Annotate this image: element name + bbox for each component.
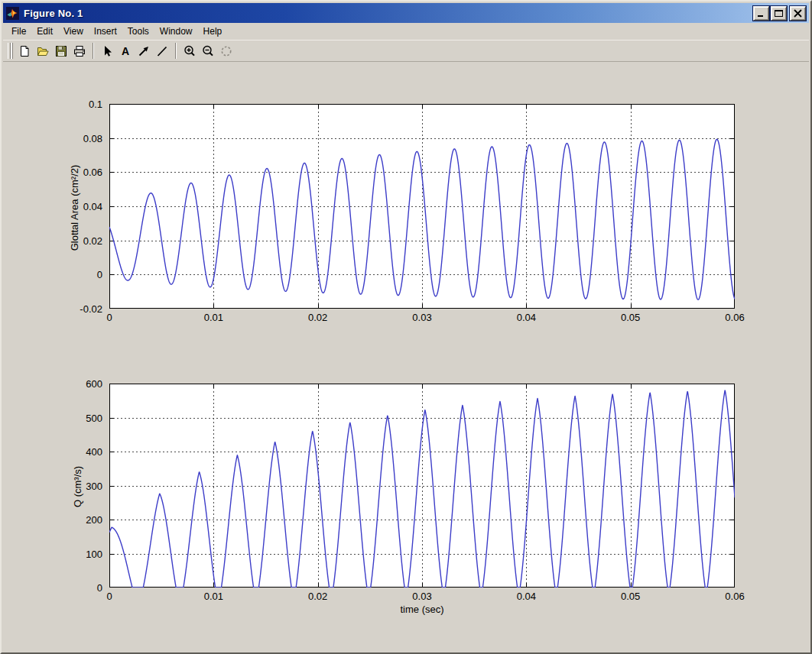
x-tick-label: 0.04 (517, 591, 536, 602)
maximize-button[interactable] (771, 6, 787, 21)
minimize-button[interactable] (753, 6, 769, 21)
y-tick-label: 0.08 (83, 132, 102, 144)
toolbar-separator (175, 43, 177, 59)
matlab-figure-window: Figure No. 1 File Edit View Insert Tools… (0, 0, 812, 654)
close-icon (793, 9, 803, 18)
rotate-3d-icon (219, 44, 233, 58)
text-tool-icon: A (119, 44, 132, 58)
x-axis-label: time (sec) (109, 604, 735, 615)
x-tick-label: 0.02 (308, 312, 327, 323)
pointer-arrow-icon (100, 44, 114, 58)
x-tick-label: 0.06 (725, 591, 744, 602)
x-tick-label: 0.03 (412, 591, 431, 602)
flow-plot-canvas[interactable] (109, 384, 735, 588)
glottal-area-x-tick-labels: 00.010.020.030.040.050.06 (109, 312, 735, 324)
x-tick-label: 0.05 (621, 591, 640, 602)
flow-x-tick-labels: 00.010.020.030.040.050.06 (109, 591, 735, 603)
y-tick-label: 600 (86, 378, 102, 390)
print-button[interactable] (70, 42, 89, 60)
open-folder-icon (36, 44, 50, 58)
x-tick-label: 0.03 (412, 312, 431, 323)
y-tick-label: 0.1 (89, 99, 102, 110)
new-document-icon (18, 44, 31, 58)
line-tool-button[interactable] (153, 42, 171, 60)
menu-file[interactable]: File (6, 24, 31, 39)
save-floppy-icon (54, 44, 68, 58)
x-tick-label: 0 (106, 591, 112, 602)
y-tick-label: 400 (86, 446, 102, 458)
line-annotation-icon (155, 44, 169, 58)
zoom-out-button[interactable] (199, 42, 217, 60)
save-figure-button[interactable] (52, 42, 70, 60)
window-controls (753, 6, 806, 21)
y-tick-label: 500 (86, 412, 102, 423)
menu-window[interactable]: Window (154, 24, 198, 39)
menu-bar: File Edit View Insert Tools Window Help (3, 24, 809, 39)
y-tick-label: 200 (86, 514, 102, 526)
y-tick-label: 0.06 (83, 167, 102, 178)
glottal-area-axes[interactable] (109, 104, 735, 309)
y-tick-label: -0.02 (80, 303, 102, 315)
x-tick-label: 0.05 (621, 312, 640, 323)
arrow-tool-button[interactable] (135, 42, 153, 60)
printer-icon (73, 44, 86, 58)
y-tick-label: 0 (97, 582, 102, 594)
y-tick-label: 300 (86, 480, 102, 491)
menu-tools[interactable]: Tools (122, 24, 154, 39)
x-tick-label: 0.06 (725, 312, 744, 323)
y-tick-label: 100 (86, 548, 102, 559)
new-figure-button[interactable] (15, 42, 34, 60)
glottal-area-plot-canvas[interactable] (109, 104, 735, 309)
x-tick-label: 0 (106, 312, 112, 323)
rotate-3d-button[interactable] (217, 42, 235, 60)
text-tool-button[interactable]: A (116, 42, 135, 60)
titlebar[interactable]: Figure No. 1 (3, 3, 809, 23)
open-file-button[interactable] (34, 42, 52, 60)
toolbar-separator (93, 43, 94, 59)
flow-axes[interactable] (109, 384, 735, 588)
x-tick-label: 0.04 (517, 312, 536, 323)
y-tick-label: 0.02 (83, 235, 102, 246)
close-button[interactable] (790, 6, 806, 21)
menu-insert[interactable]: Insert (89, 24, 122, 39)
toolbar-drag-handle[interactable] (8, 43, 11, 59)
menu-view[interactable]: View (58, 24, 89, 39)
zoom-in-button[interactable] (180, 42, 199, 60)
menu-help[interactable]: Help (198, 24, 228, 39)
zoom-in-icon (183, 44, 197, 58)
y-tick-label: 0 (97, 269, 102, 280)
menu-edit[interactable]: Edit (31, 24, 58, 39)
zoom-out-icon (201, 44, 215, 58)
x-tick-label: 0.01 (204, 591, 223, 602)
arrow-annotation-icon (137, 44, 151, 58)
y-tick-label: 0.04 (83, 201, 102, 212)
x-tick-label: 0.02 (308, 591, 327, 602)
svg-text:A: A (122, 45, 129, 57)
minimize-icon (756, 9, 766, 18)
x-tick-label: 0.01 (204, 312, 223, 323)
matlab-logo-icon (6, 7, 19, 20)
pointer-tool-button[interactable] (98, 42, 116, 60)
toolbar: A (3, 40, 809, 62)
maximize-icon (774, 9, 784, 18)
window-title: Figure No. 1 (24, 8, 753, 19)
